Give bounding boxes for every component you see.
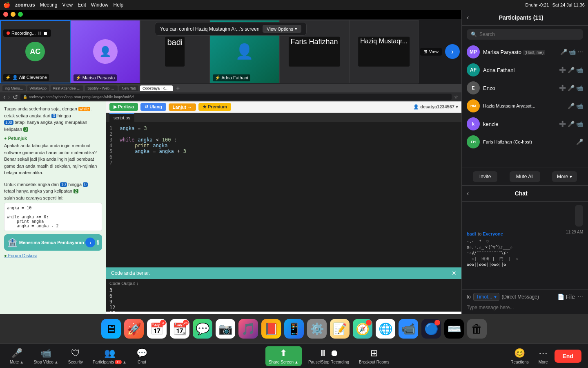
share-screen-btn[interactable]: ⬆ Share Screen ▲ <box>265 346 302 366</box>
sidebar-payment-banner[interactable]: 🏦 Menerima Semua Pembayaran › ℹ <box>4 234 102 251</box>
chat-action-icons: 📄 File ⋯ <box>557 294 583 300</box>
browser-tab-whatsapp[interactable]: WhatsApp <box>27 85 49 91</box>
dock-finder[interactable]: 🖥 <box>101 319 121 339</box>
periksa-btn[interactable]: ▶ Periksa <box>109 103 138 111</box>
participants-collapse-btn[interactable]: ‹ <box>467 14 469 21</box>
ulang-btn[interactable]: ↺ Ulang <box>140 103 166 111</box>
more-actions-btn[interactable]: More ▾ <box>552 171 577 182</box>
share-chevron-icon[interactable]: ▲ <box>294 360 298 364</box>
code-editor[interactable]: 1 angka = 3 2 3 while angka < 100: <box>106 122 461 267</box>
menubar-edit[interactable]: Edit <box>78 2 86 8</box>
sidebar-task-section: Tugas anda sederhana saja, dengan while … <box>4 105 102 132</box>
participants-btn[interactable]: 👥 Participants 11 ▲ <box>89 346 130 366</box>
browser-tab-spotify[interactable]: Spotify - Web Player <box>85 85 118 91</box>
participant-row-faris[interactable]: FH Faris Hafizhan (Co-host) 🎤 <box>462 133 588 151</box>
dock-trash[interactable]: 🗑 <box>467 319 487 339</box>
dock-music[interactable]: 🎵 <box>238 319 258 339</box>
browser-tab-codesaya[interactable]: CodeSaya | Kondi... <box>140 85 173 91</box>
forward-btn[interactable]: › <box>8 93 10 101</box>
security-btn[interactable]: 🛡 Security <box>65 346 86 366</box>
dock-zoom[interactable]: 📹 <box>399 319 418 339</box>
menubar-window[interactable]: Window <box>91 2 109 8</box>
kenzie-add-icon[interactable]: ➕ <box>559 121 566 127</box>
participant-row-kenzie[interactable]: k kenzie ➕ 🎤 📹 <box>462 115 588 133</box>
close-btn[interactable] <box>3 12 8 17</box>
participant-tile-marisa[interactable]: 👤 ⚡ Marisa Paryasto <box>71 20 140 83</box>
enzo-add-icon[interactable]: ➕ <box>559 85 566 91</box>
breakout-rooms-btn[interactable]: ⊞ Breakout Rooms <box>356 346 392 366</box>
faris-controls: 🎤 <box>576 139 583 145</box>
browser-tab-zoom[interactable]: First Attendee - Zoom <box>51 85 83 91</box>
dock-photos[interactable]: 📷 <box>216 319 235 339</box>
browser-tab-0[interactable]: ing Menu... <box>2 85 26 91</box>
participant-row-haziq[interactable]: HM Haziq Mustaqim Aryasat... 🎤 📹 <box>462 97 588 115</box>
dock-terminal[interactable]: ⌨️ <box>444 319 464 339</box>
stop-video-btn[interactable]: 📹 Stop Video ▲ <box>30 346 62 366</box>
more-btn[interactable]: ⋯ More <box>535 346 551 366</box>
reload-btn[interactable]: ↺ <box>13 93 18 101</box>
forum-link[interactable]: ● Forum Diskusi <box>4 253 37 258</box>
kenzie-mic-icon: 🎤 <box>568 121 575 127</box>
video-chevron-icon[interactable]: ▲ <box>54 360 58 364</box>
banner-next-btn[interactable]: › <box>85 238 95 247</box>
dock-books[interactable]: 📕 <box>261 319 281 339</box>
chat-input[interactable] <box>467 305 583 310</box>
recording-pause-icon[interactable]: ⏸ <box>37 31 42 36</box>
dock-appstore[interactable]: 📱 <box>284 319 304 339</box>
minimize-btn[interactable] <box>11 12 16 17</box>
premium-btn[interactable]: ★ Premium <box>198 103 231 111</box>
mute-chevron-icon[interactable]: ▲ <box>20 360 24 364</box>
view-options-btn[interactable]: View Options ▾ <box>263 25 301 33</box>
fullscreen-btn[interactable] <box>18 12 23 17</box>
dock-notes[interactable]: 📝 <box>330 319 350 339</box>
bookmark-icon[interactable]: ☆ <box>454 94 458 100</box>
end-call-btn[interactable]: End <box>555 350 581 363</box>
dock-reminders[interactable]: 📆 24 <box>170 319 189 339</box>
dock-calendar[interactable]: 📅 3 <box>147 319 167 339</box>
adna-add-icon[interactable]: ➕ <box>559 67 566 73</box>
user-chevron-icon[interactable]: ▾ <box>456 104 458 109</box>
chat-btn[interactable]: 💬 Chat <box>133 346 151 366</box>
next-participants-btn[interactable]: › <box>445 44 460 59</box>
chrome-icon: 🌐 <box>379 322 393 336</box>
address-bar[interactable]: 🔒 codesaya.com/python/loop-atau-pengulan… <box>20 94 452 100</box>
mute-btn[interactable]: 🎤 Mute ▲ <box>7 346 27 366</box>
lanjut-btn[interactable]: Lanjut → <box>169 103 196 111</box>
invite-btn[interactable]: Invite <box>473 171 498 182</box>
file-tab[interactable]: script.py <box>109 113 134 122</box>
menubar-help[interactable]: Help <box>114 2 124 8</box>
add-tab-btn[interactable]: + <box>176 85 180 92</box>
dock-stacks[interactable]: 🔵 <box>421 319 441 339</box>
participants-search-input[interactable] <box>479 31 579 37</box>
apple-menu[interactable]: 🍎 <box>3 2 10 8</box>
view-btn[interactable]: ⊞ View <box>420 48 442 56</box>
dock-preferences[interactable]: ⚙️ <box>307 319 327 339</box>
dock-launchpad[interactable]: 🚀 <box>124 319 144 339</box>
dock-chrome[interactable]: 🌐 <box>376 319 395 339</box>
participant-row-adna[interactable]: AF Adna Fathani ➕ 🎤 📹 <box>462 61 588 79</box>
participant-row-marisa[interactable]: MP Marisa Paryasto (Host, me) 🎤 📹 ⋯ <box>462 43 588 61</box>
file-btn[interactable]: 📄 File <box>557 294 575 300</box>
kenzie-list-name: kenzie <box>483 121 556 127</box>
recording-stop-icon[interactable]: ⏹ <box>43 31 48 36</box>
chat-collapse-btn[interactable]: ‹ <box>467 190 469 197</box>
pause-recording-btn[interactable]: ⏸ ⏺ Pause/Stop Recording <box>305 346 352 366</box>
banner-info-icon[interactable]: ℹ <box>97 239 99 246</box>
dock-safari[interactable]: 🧭 <box>353 319 372 339</box>
browser-tab-newtab[interactable]: New Tab <box>119 85 138 91</box>
dm-select[interactable]: Timot... ▾ <box>473 293 499 301</box>
browser-address-bar: ‹ › ↺ 🔒 codesaya.com/python/loop-atau-pe… <box>0 92 461 101</box>
menubar-meeting[interactable]: Meeting <box>40 2 58 8</box>
back-btn[interactable]: ‹ <box>3 93 5 101</box>
dock-messages[interactable]: 💬 <box>193 319 212 339</box>
close-success-btn[interactable]: ✕ <box>452 270 457 276</box>
participant-tile-haziq[interactable]: Haziq Mustaqr... <box>349 20 419 83</box>
more-chat-btn[interactable]: ⋯ <box>577 294 583 300</box>
mute-all-btn[interactable]: Mute All <box>510 171 540 182</box>
participants-search-box[interactable]: 🔍 <box>467 29 583 40</box>
menubar-zoom[interactable]: zoom.us <box>15 2 35 8</box>
menubar-view[interactable]: View <box>62 2 73 8</box>
participants-chevron-icon[interactable]: ▲ <box>122 360 127 364</box>
participant-row-enzo[interactable]: E Enzo ➕ 🎤 📹 <box>462 79 588 97</box>
reactions-btn[interactable]: 😊 Reactions <box>507 346 532 366</box>
